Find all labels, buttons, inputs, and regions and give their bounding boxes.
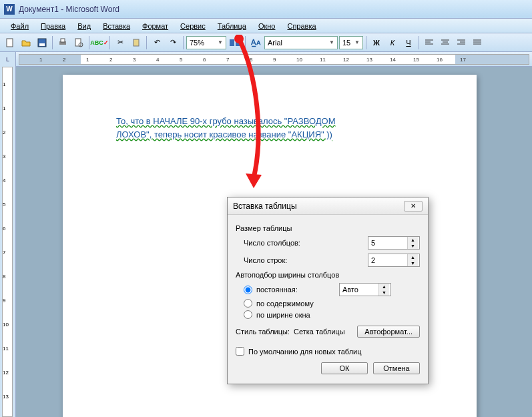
cut-button[interactable]: ✂ xyxy=(113,35,127,50)
document-text-line[interactable]: То, что в НАЧАЛЕ 90-х грубо называлось "… xyxy=(116,115,423,128)
table-style-row: Стиль таблицы: Сетка таблицы Автоформат.… xyxy=(236,326,420,338)
chevron-down-icon: ▼ xyxy=(218,39,223,45)
dialog-title: Вставка таблицы xyxy=(233,201,297,211)
style-label: Стиль таблицы: xyxy=(236,328,290,336)
radio-content-row: по содержимому xyxy=(244,299,420,308)
spin-up-icon[interactable]: ▲ xyxy=(379,284,389,290)
dialog-close-button[interactable]: ✕ xyxy=(404,201,423,212)
menu-help[interactable]: Справка xyxy=(282,21,321,31)
toolbar-separator xyxy=(245,36,246,49)
style-value: Сетка таблицы xyxy=(294,328,345,336)
columns-row: Число столбцов: ▲▼ xyxy=(244,236,420,250)
redo-button[interactable]: ↷ xyxy=(166,35,180,50)
group-table-size-label: Размер таблицы xyxy=(236,224,420,232)
dialog-body: Размер таблицы Число столбцов: ▲▼ Число … xyxy=(228,215,428,384)
radio-content-label[interactable]: по содержимому xyxy=(256,300,314,308)
radio-fixed[interactable] xyxy=(244,286,252,294)
spellcheck-button[interactable]: ABC✓ xyxy=(92,35,107,50)
align-right-button[interactable] xyxy=(454,35,469,50)
columns-spinner[interactable]: ▲▼ xyxy=(368,236,420,250)
columns-label: Число столбцов: xyxy=(244,239,368,247)
svg-rect-7 xyxy=(134,39,139,46)
toolbar: ABC✓ ✂ ↶ ↷ 75%▼ A̲ᴀ Arial▼ 15▼ Ж К Ч xyxy=(0,33,532,52)
rows-label: Число строк: xyxy=(244,256,368,264)
radio-fixed-row: постоянная: ▲▼ xyxy=(244,283,420,296)
print-button[interactable] xyxy=(55,35,70,50)
menu-window[interactable]: Окно xyxy=(253,21,281,31)
spin-up-icon[interactable]: ▲ xyxy=(408,254,418,260)
toolbar-separator xyxy=(366,36,366,49)
spin-down-icon[interactable]: ▼ xyxy=(379,290,389,296)
svg-rect-0 xyxy=(7,39,13,47)
ruler-corner: L xyxy=(0,52,16,67)
toolbar-separator xyxy=(419,36,419,49)
svg-rect-5 xyxy=(75,39,81,46)
vertical-ruler[interactable]: 112345678910111213 xyxy=(0,67,16,417)
radio-content[interactable] xyxy=(244,299,252,308)
remember-row: По умолчанию для новых таблиц xyxy=(236,347,420,356)
rows-row: Число строк: ▲▼ xyxy=(244,254,420,267)
dialog-titlebar[interactable]: Вставка таблицы ✕ xyxy=(228,197,428,215)
cancel-button[interactable]: Отмена xyxy=(373,362,420,374)
autoformat-button[interactable]: Автоформат... xyxy=(357,326,420,338)
document-text-line[interactable]: ЛОХОВ", теперь носит красивое название "… xyxy=(116,128,423,141)
spin-down-icon[interactable]: ▼ xyxy=(408,243,418,249)
read-mode-button[interactable] xyxy=(228,35,242,50)
svg-rect-2 xyxy=(39,43,45,46)
justify-button[interactable] xyxy=(470,35,485,50)
zoom-combo[interactable]: 75%▼ xyxy=(186,36,226,49)
insert-table-dialog: Вставка таблицы ✕ Размер таблицы Число с… xyxy=(227,197,429,384)
columns-input[interactable] xyxy=(368,239,407,247)
toolbar-separator xyxy=(52,36,53,49)
toolbar-separator xyxy=(183,36,184,49)
underline-button[interactable]: Ч xyxy=(401,35,416,50)
preview-button[interactable] xyxy=(71,35,86,50)
spin-up-icon[interactable]: ▲ xyxy=(408,237,418,243)
ok-button[interactable]: ОК xyxy=(321,362,368,374)
menu-bar: Файл Правка Вид Вставка Формат Сервис Та… xyxy=(0,19,532,33)
new-doc-button[interactable] xyxy=(3,35,17,50)
ruler-margin-right xyxy=(455,55,529,64)
radio-window-row: по ширине окна xyxy=(244,310,420,319)
undo-button[interactable]: ↶ xyxy=(150,35,164,50)
font-combo[interactable]: Arial▼ xyxy=(264,36,338,49)
menu-tools[interactable]: Сервис xyxy=(175,21,211,31)
word-app-icon: W xyxy=(4,4,15,15)
chevron-down-icon: ▼ xyxy=(354,39,360,45)
svg-rect-4 xyxy=(61,39,65,42)
horizontal-ruler[interactable]: 121234567891011121314151617 xyxy=(19,54,529,65)
rows-input[interactable] xyxy=(368,256,407,264)
styles-button[interactable]: A̲ᴀ xyxy=(248,35,263,50)
window-titlebar: W Документ1 - Microsoft Word xyxy=(0,0,532,19)
bold-button[interactable]: Ж xyxy=(369,35,384,50)
menu-view[interactable]: Вид xyxy=(72,21,96,31)
svg-rect-8 xyxy=(230,39,234,46)
remember-checkbox[interactable] xyxy=(236,347,244,356)
ruler-margin-left xyxy=(19,55,81,64)
dialog-buttons: ОК Отмена xyxy=(236,362,420,377)
paste-button[interactable] xyxy=(129,35,144,50)
italic-button[interactable]: К xyxy=(385,35,400,50)
svg-rect-9 xyxy=(236,39,240,46)
menu-file[interactable]: Файл xyxy=(5,21,34,31)
chevron-down-icon: ▼ xyxy=(329,39,334,45)
menu-format[interactable]: Формат xyxy=(137,21,174,31)
radio-window[interactable] xyxy=(244,310,252,319)
align-center-button[interactable] xyxy=(438,35,453,50)
horizontal-ruler-row: L 121234567891011121314151617 xyxy=(0,52,532,67)
rows-spinner[interactable]: ▲▼ xyxy=(368,254,420,267)
menu-table[interactable]: Таблица xyxy=(212,21,252,31)
radio-fixed-label[interactable]: постоянная: xyxy=(256,286,335,294)
radio-window-label[interactable]: по ширине окна xyxy=(256,311,310,319)
menu-edit[interactable]: Правка xyxy=(35,21,71,31)
remember-label[interactable]: По умолчанию для новых таблиц xyxy=(248,348,362,356)
font-size-combo[interactable]: 15▼ xyxy=(339,36,363,49)
open-button[interactable] xyxy=(19,35,33,50)
fixed-width-spinner[interactable]: ▲▼ xyxy=(339,283,391,296)
save-button[interactable] xyxy=(35,35,49,50)
fixed-width-input[interactable] xyxy=(340,286,378,294)
align-left-button[interactable] xyxy=(422,35,437,50)
menu-insert[interactable]: Вставка xyxy=(97,21,136,31)
toolbar-separator xyxy=(89,36,89,49)
spin-down-icon[interactable]: ▼ xyxy=(408,260,418,266)
